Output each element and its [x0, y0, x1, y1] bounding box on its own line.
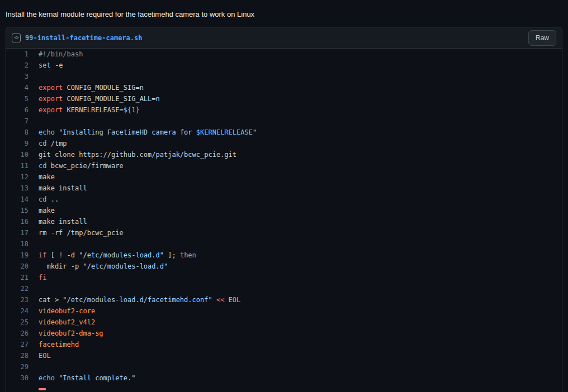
- code-line: 4export CONFIG_MODULE_SIG=n: [6, 82, 562, 93]
- line-content: rm -rf /tmp/bcwc_pcie: [29, 227, 124, 238]
- line-number[interactable]: 25: [6, 317, 29, 328]
- line-number[interactable]: 16: [6, 216, 29, 227]
- code-line: 1#!/bin/bash: [6, 49, 562, 60]
- code-line: 9cd /tmp: [6, 138, 562, 149]
- line-number[interactable]: 17: [6, 227, 29, 238]
- code-line: 10git clone https://github.com/patjak/bc…: [6, 149, 562, 160]
- line-content: EOL: [29, 350, 51, 361]
- line-number[interactable]: 9: [6, 138, 29, 149]
- code-line: 22: [6, 283, 562, 294]
- line-content: [29, 71, 39, 82]
- line-content: echo "Install complete.": [29, 372, 135, 384]
- code-file-icon-glyph: <>: [14, 35, 18, 40]
- code-line: 14cd ..: [6, 194, 562, 205]
- line-content: git clone https://github.com/patjak/bcwc…: [29, 149, 236, 160]
- line-content: videobuf2-dma-sg: [29, 328, 103, 339]
- code-line: 21fi: [6, 272, 562, 283]
- file-name-link[interactable]: 99-install-facetime-camera.sh: [25, 34, 143, 42]
- line-content: export KERNELRELEASE=${1}: [29, 104, 140, 116]
- line-number[interactable]: 7: [6, 116, 29, 127]
- code-line: 15make: [6, 205, 562, 216]
- line-number[interactable]: 21: [6, 272, 29, 283]
- code-line: 29: [6, 361, 562, 372]
- code-line: 24videobuf2-core: [6, 305, 562, 317]
- line-number[interactable]: 15: [6, 205, 29, 216]
- line-number[interactable]: 18: [6, 238, 29, 250]
- line-number[interactable]: 3: [6, 71, 29, 82]
- code-line: 23cat > "/etc/modules-load.d/facetimehd.…: [6, 294, 562, 305]
- line-content: [29, 283, 39, 294]
- line-content: mkdir -p "/etc/modules-load.d": [29, 261, 168, 272]
- gist-page: Install the kernal module required for t…: [0, 0, 568, 392]
- line-number[interactable]: 12: [6, 171, 29, 183]
- code-line: 7: [6, 116, 562, 127]
- code-lines: 1#!/bin/bash2set -e34export CONFIG_MODUL…: [6, 49, 562, 392]
- line-content: make install: [29, 183, 87, 194]
- line-content: [29, 361, 39, 372]
- line-content: cat > "/etc/modules-load.d/facetimehd.co…: [29, 294, 240, 305]
- code-line: 18: [6, 238, 562, 250]
- line-content: videobuf2-core: [29, 305, 95, 317]
- code-file-icon: <>: [12, 34, 21, 42]
- line-number[interactable]: 19: [6, 250, 29, 261]
- line-number[interactable]: 20: [6, 261, 29, 272]
- line-number[interactable]: 4: [6, 82, 29, 93]
- line-content: cd ..: [29, 194, 59, 205]
- line-number[interactable]: 1: [6, 49, 29, 60]
- clipped-text-fragment: [39, 388, 46, 390]
- code-line: 2set -e: [6, 60, 562, 71]
- line-content: make install: [29, 216, 87, 227]
- line-content: make: [29, 171, 55, 183]
- code-line: 28EOL: [6, 350, 562, 361]
- line-content: #!/bin/bash: [29, 49, 83, 60]
- line-number[interactable]: 14: [6, 194, 29, 205]
- line-content: set -e: [29, 60, 63, 71]
- file-header: <> 99-install-facetime-camera.sh Raw: [6, 27, 562, 49]
- line-number[interactable]: 6: [6, 104, 29, 116]
- line-content: export CONFIG_MODULE_SIG=n: [29, 82, 144, 93]
- code-line: 30echo "Install complete.": [6, 372, 562, 384]
- line-number[interactable]: 26: [6, 328, 29, 339]
- line-number[interactable]: 27: [6, 339, 29, 350]
- code-line: 13make install: [6, 183, 562, 194]
- code-line: 20 mkdir -p "/etc/modules-load.d": [6, 261, 562, 272]
- line-content: [29, 116, 39, 127]
- line-content: fi: [29, 272, 46, 283]
- line-number[interactable]: 5: [6, 93, 29, 104]
- code-line: 11cd bcwc_pcie/firmware: [6, 160, 562, 171]
- line-content: videobuf2_v4l2: [29, 317, 95, 328]
- line-content: make: [29, 205, 55, 216]
- line-number[interactable]: 30: [6, 372, 29, 384]
- code-line: 8echo "Installing FacetimeHD camera for …: [6, 127, 562, 138]
- line-number[interactable]: 11: [6, 160, 29, 171]
- line-content: [29, 238, 39, 250]
- line-number[interactable]: 2: [6, 60, 29, 71]
- line-number[interactable]: 23: [6, 294, 29, 305]
- line-number[interactable]: 8: [6, 127, 29, 138]
- code-line: 3: [6, 71, 562, 82]
- line-number[interactable]: 28: [6, 350, 29, 361]
- code-line: 5export CONFIG_MODULE_SIG_ALL=n: [6, 93, 562, 104]
- line-number[interactable]: 10: [6, 149, 29, 160]
- code-line: 6export KERNELRELEASE=${1}: [6, 104, 562, 116]
- code-line: 16make install: [6, 216, 562, 227]
- code-line: 27facetimehd: [6, 339, 562, 350]
- code-line: 17rm -rf /tmp/bcwc_pcie: [6, 227, 562, 238]
- file-box: <> 99-install-facetime-camera.sh Raw 1#!…: [6, 27, 562, 392]
- gist-description: Install the kernal module required for t…: [0, 0, 568, 27]
- line-number[interactable]: 29: [6, 361, 29, 372]
- line-number[interactable]: 13: [6, 183, 29, 194]
- code-line: 26videobuf2-dma-sg: [6, 328, 562, 339]
- line-content: cd /tmp: [29, 138, 67, 149]
- raw-button[interactable]: Raw: [528, 30, 556, 46]
- code-line-partial: [6, 384, 562, 392]
- line-content: if [ ! -d "/etc/modules-load.d" ]; then: [29, 250, 196, 261]
- line-content: facetimehd: [29, 339, 79, 350]
- line-number[interactable]: 22: [6, 283, 29, 294]
- code-line: 19if [ ! -d "/etc/modules-load.d" ]; the…: [6, 250, 562, 261]
- line-content: export CONFIG_MODULE_SIG_ALL=n: [29, 93, 160, 104]
- line-content: cd bcwc_pcie/firmware: [29, 160, 124, 171]
- line-number[interactable]: 24: [6, 305, 29, 317]
- line-content: echo "Installing FacetimeHD camera for $…: [29, 127, 257, 138]
- code-line: 12make: [6, 171, 562, 183]
